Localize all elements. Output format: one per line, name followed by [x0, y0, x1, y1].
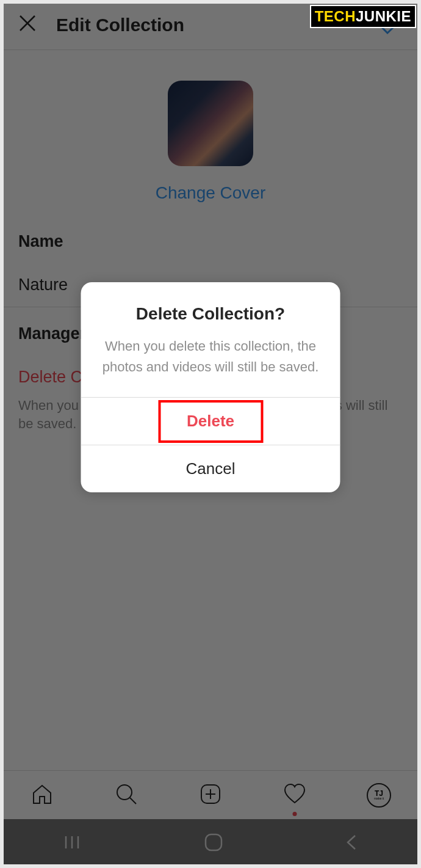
delete-button-label: Delete [187, 412, 234, 431]
watermark-badge: TECHJUNKIE [310, 5, 416, 28]
dialog-title: Delete Collection? [99, 304, 322, 324]
cancel-button-label: Cancel [186, 459, 236, 478]
dialog-body: Delete Collection? When you delete this … [81, 282, 340, 397]
cancel-button[interactable]: Cancel [81, 445, 340, 492]
delete-button[interactable]: Delete [81, 397, 340, 445]
dialog-message: When you delete this collection, the pho… [99, 336, 322, 377]
delete-confirmation-dialog: Delete Collection? When you delete this … [81, 282, 340, 492]
